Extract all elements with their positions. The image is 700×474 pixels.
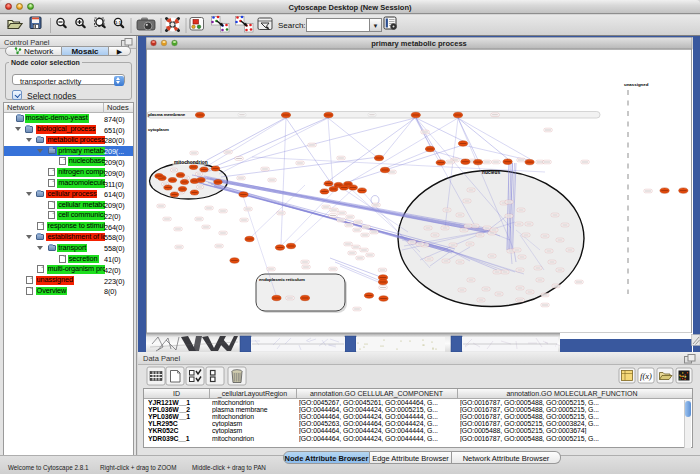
svg-text:unassigned: unassigned <box>624 82 649 87</box>
svg-text:plasma membrane: plasma membrane <box>148 112 186 117</box>
svg-text:endoplasmic reticulum: endoplasmic reticulum <box>259 277 305 282</box>
svg-text:mitochondrion: mitochondrion <box>174 160 208 165</box>
svg-text:f(x): f(x) <box>640 371 652 381</box>
svg-text:cytoplasm: cytoplasm <box>148 127 169 132</box>
svg-text:nucleus: nucleus <box>482 170 500 175</box>
svg-text:1:1: 1:1 <box>115 20 122 25</box>
svg-text:primary metabolic process: primary metabolic process <box>371 39 466 48</box>
